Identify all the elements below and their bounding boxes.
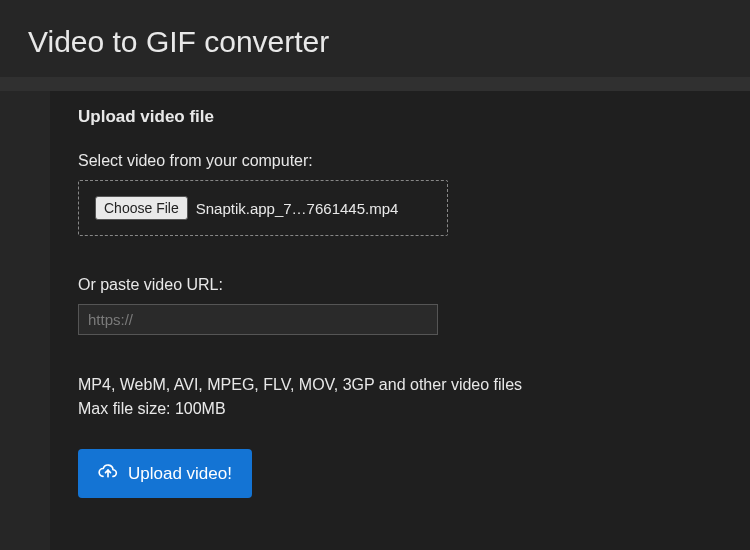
video-url-input[interactable]	[78, 304, 438, 335]
page-title: Video to GIF converter	[0, 0, 750, 77]
choose-file-button[interactable]: Choose File	[95, 196, 188, 220]
header-band	[0, 77, 750, 91]
supported-formats: MP4, WebM, AVI, MPEG, FLV, MOV, 3GP and …	[78, 373, 750, 397]
upload-video-button[interactable]: Upload video!	[78, 449, 252, 498]
selected-file-name: Snaptik.app_7…7661445.mp4	[196, 200, 399, 217]
info-text: MP4, WebM, AVI, MPEG, FLV, MOV, 3GP and …	[78, 373, 750, 421]
max-file-size: Max file size: 100MB	[78, 397, 750, 421]
select-file-label: Select video from your computer:	[78, 152, 750, 170]
upload-button-label: Upload video!	[128, 464, 232, 484]
upload-panel: Upload video file Select video from your…	[50, 91, 750, 550]
file-drop-zone[interactable]: Choose File Snaptik.app_7…7661445.mp4	[78, 180, 448, 236]
cloud-upload-icon	[98, 461, 118, 486]
url-label: Or paste video URL:	[78, 276, 750, 294]
panel-title: Upload video file	[78, 91, 750, 152]
